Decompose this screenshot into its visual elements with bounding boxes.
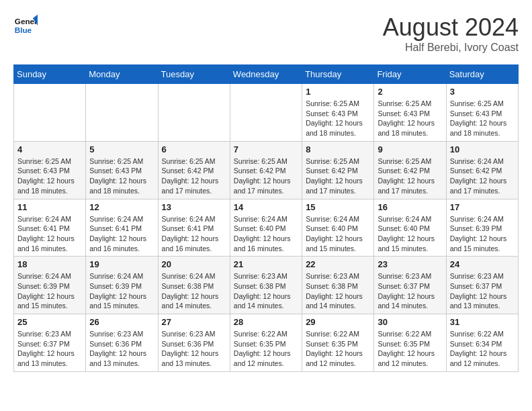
day-number: 11 [17,202,82,212]
day-number: 17 [450,202,515,212]
day-number: 21 [234,259,298,269]
calendar-cell: 14Sunrise: 6:24 AM Sunset: 6:40 PM Dayli… [230,199,302,257]
day-info: Sunrise: 6:25 AM Sunset: 6:43 PM Dayligh… [378,99,442,138]
page-header: General Blue August 2024 Half Berebi, Iv… [13,13,519,54]
calendar-cell [14,84,86,142]
calendar-cell: 20Sunrise: 6:24 AM Sunset: 6:38 PM Dayli… [158,257,230,314]
day-number: 24 [450,259,515,269]
day-number: 23 [378,259,442,269]
calendar-cell: 19Sunrise: 6:24 AM Sunset: 6:39 PM Dayli… [86,257,158,314]
week-row-1: 1Sunrise: 6:25 AM Sunset: 6:43 PM Daylig… [14,84,519,142]
day-info: Sunrise: 6:24 AM Sunset: 6:40 PM Dayligh… [234,214,298,254]
calendar-cell: 29Sunrise: 6:22 AM Sunset: 6:35 PM Dayli… [302,314,374,372]
calendar-table: SundayMondayTuesdayWednesdayThursdayFrid… [13,64,519,372]
day-info: Sunrise: 6:24 AM Sunset: 6:41 PM Dayligh… [162,214,226,254]
day-number: 31 [450,317,515,327]
day-info: Sunrise: 6:23 AM Sunset: 6:36 PM Dayligh… [162,329,226,369]
weekday-header-saturday: Saturday [446,65,518,84]
calendar-cell: 13Sunrise: 6:24 AM Sunset: 6:41 PM Dayli… [158,199,230,257]
day-info: Sunrise: 6:23 AM Sunset: 6:38 PM Dayligh… [234,271,298,311]
day-number: 9 [378,144,442,154]
weekday-header-wednesday: Wednesday [230,65,302,84]
weekday-header-sunday: Sunday [14,65,86,84]
calendar-cell [230,84,302,142]
day-number: 12 [89,202,154,212]
weekday-header-tuesday: Tuesday [158,65,230,84]
calendar-cell: 11Sunrise: 6:24 AM Sunset: 6:41 PM Dayli… [14,199,86,257]
day-info: Sunrise: 6:24 AM Sunset: 6:40 PM Dayligh… [306,214,370,254]
calendar-cell: 6Sunrise: 6:25 AM Sunset: 6:42 PM Daylig… [158,141,230,199]
day-number: 6 [162,144,226,154]
calendar-cell: 17Sunrise: 6:24 AM Sunset: 6:39 PM Dayli… [446,199,518,257]
calendar-cell: 18Sunrise: 6:24 AM Sunset: 6:39 PM Dayli… [14,257,86,314]
day-info: Sunrise: 6:23 AM Sunset: 6:37 PM Dayligh… [450,271,515,311]
calendar-cell: 21Sunrise: 6:23 AM Sunset: 6:38 PM Dayli… [230,257,302,314]
day-number: 7 [234,144,298,154]
day-number: 22 [306,259,370,269]
day-info: Sunrise: 6:25 AM Sunset: 6:42 PM Dayligh… [162,156,226,196]
day-info: Sunrise: 6:22 AM Sunset: 6:35 PM Dayligh… [234,329,298,369]
day-number: 4 [17,144,82,154]
day-number: 27 [162,317,226,327]
calendar-cell: 2Sunrise: 6:25 AM Sunset: 6:43 PM Daylig… [374,84,446,142]
day-number: 13 [162,202,226,212]
svg-text:Blue: Blue [15,26,32,34]
calendar-cell: 15Sunrise: 6:24 AM Sunset: 6:40 PM Dayli… [302,199,374,257]
location-subtitle: Half Berebi, Ivory Coast [383,42,519,54]
week-row-3: 11Sunrise: 6:24 AM Sunset: 6:41 PM Dayli… [14,199,519,257]
day-number: 30 [378,317,442,327]
day-number: 20 [162,259,226,269]
day-number: 10 [450,144,515,154]
week-row-4: 18Sunrise: 6:24 AM Sunset: 6:39 PM Dayli… [14,257,519,314]
weekday-header-monday: Monday [86,65,158,84]
day-number: 1 [306,87,370,97]
day-number: 25 [17,317,82,327]
week-row-2: 4Sunrise: 6:25 AM Sunset: 6:43 PM Daylig… [14,141,519,199]
day-info: Sunrise: 6:23 AM Sunset: 6:36 PM Dayligh… [89,329,154,369]
month-year-title: August 2024 [383,13,519,42]
day-number: 5 [89,144,154,154]
calendar-cell: 3Sunrise: 6:25 AM Sunset: 6:43 PM Daylig… [446,84,518,142]
day-info: Sunrise: 6:24 AM Sunset: 6:38 PM Dayligh… [162,271,226,311]
weekday-header-friday: Friday [374,65,446,84]
calendar-cell: 4Sunrise: 6:25 AM Sunset: 6:43 PM Daylig… [14,141,86,199]
day-info: Sunrise: 6:23 AM Sunset: 6:38 PM Dayligh… [306,271,370,311]
day-info: Sunrise: 6:25 AM Sunset: 6:43 PM Dayligh… [89,156,154,196]
day-info: Sunrise: 6:22 AM Sunset: 6:35 PM Dayligh… [306,329,370,369]
calendar-cell: 8Sunrise: 6:25 AM Sunset: 6:42 PM Daylig… [302,141,374,199]
weekday-header-thursday: Thursday [302,65,374,84]
day-number: 15 [306,202,370,212]
day-info: Sunrise: 6:24 AM Sunset: 6:39 PM Dayligh… [17,271,82,311]
calendar-cell: 10Sunrise: 6:24 AM Sunset: 6:42 PM Dayli… [446,141,518,199]
calendar-cell: 22Sunrise: 6:23 AM Sunset: 6:38 PM Dayli… [302,257,374,314]
calendar-cell [158,84,230,142]
day-number: 26 [89,317,154,327]
day-info: Sunrise: 6:24 AM Sunset: 6:39 PM Dayligh… [450,214,515,254]
title-area: August 2024 Half Berebi, Ivory Coast [383,13,519,54]
day-info: Sunrise: 6:24 AM Sunset: 6:41 PM Dayligh… [17,214,82,254]
day-number: 16 [378,202,442,212]
day-number: 19 [89,259,154,269]
day-info: Sunrise: 6:24 AM Sunset: 6:40 PM Dayligh… [378,214,442,254]
week-row-5: 25Sunrise: 6:23 AM Sunset: 6:37 PM Dayli… [14,314,519,372]
calendar-cell: 24Sunrise: 6:23 AM Sunset: 6:37 PM Dayli… [446,257,518,314]
day-info: Sunrise: 6:25 AM Sunset: 6:42 PM Dayligh… [306,156,370,196]
calendar-cell: 26Sunrise: 6:23 AM Sunset: 6:36 PM Dayli… [86,314,158,372]
day-info: Sunrise: 6:25 AM Sunset: 6:43 PM Dayligh… [17,156,82,196]
logo: General Blue [13,13,38,38]
calendar-cell: 31Sunrise: 6:22 AM Sunset: 6:34 PM Dayli… [446,314,518,372]
day-number: 28 [234,317,298,327]
day-info: Sunrise: 6:25 AM Sunset: 6:43 PM Dayligh… [450,99,515,138]
calendar-cell: 23Sunrise: 6:23 AM Sunset: 6:37 PM Dayli… [374,257,446,314]
day-number: 2 [378,87,442,97]
day-info: Sunrise: 6:24 AM Sunset: 6:42 PM Dayligh… [450,156,515,196]
day-number: 14 [234,202,298,212]
day-number: 3 [450,87,515,97]
calendar-cell [86,84,158,142]
day-info: Sunrise: 6:22 AM Sunset: 6:35 PM Dayligh… [378,329,442,369]
calendar-cell: 30Sunrise: 6:22 AM Sunset: 6:35 PM Dayli… [374,314,446,372]
day-info: Sunrise: 6:24 AM Sunset: 6:39 PM Dayligh… [89,271,154,311]
day-info: Sunrise: 6:23 AM Sunset: 6:37 PM Dayligh… [17,329,82,369]
calendar-cell: 28Sunrise: 6:22 AM Sunset: 6:35 PM Dayli… [230,314,302,372]
calendar-cell: 7Sunrise: 6:25 AM Sunset: 6:42 PM Daylig… [230,141,302,199]
